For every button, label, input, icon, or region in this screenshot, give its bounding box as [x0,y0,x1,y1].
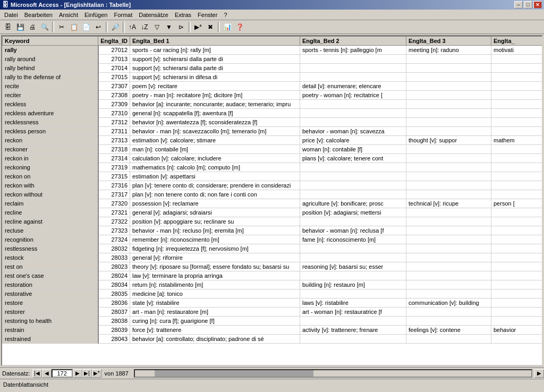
menu-datei[interactable]: Datei [1,10,21,20]
cell-bed2[interactable] [300,271,406,280]
cell-bed2[interactable]: woman [n]: contabile [f] [300,145,406,154]
cell-bed1[interactable]: plan [v]: non tenere conto di; non fare … [130,190,300,199]
cell-bed2[interactable] [300,217,406,226]
cell-id[interactable]: 28035 [98,289,130,299]
toolbar-new[interactable]: 🗄 [2,21,14,33]
cell-id[interactable]: 28024 [98,271,130,280]
cell-bed3[interactable] [406,91,491,100]
table-row[interactable]: rest on28023theory [v]: riposare su [for… [3,262,543,271]
cell-keyword[interactable]: restrain [3,326,98,335]
cell-keyword[interactable]: restlessness [3,244,98,253]
cell-id[interactable]: 28033 [98,253,130,262]
cell-bed2[interactable]: art - woman [n]: restauratrice [f [300,308,406,317]
cell-id[interactable]: 27014 [98,64,130,73]
cell-bed1[interactable]: poem [v]: recitare [130,82,300,91]
window-controls[interactable]: ─ □ ✕ [514,1,542,8]
table-row[interactable]: restore28036state [v]: ristabilirelaws [… [3,299,543,308]
cell-bed3[interactable]: technical [v]: ricupe [406,199,491,208]
cell-bed4[interactable] [491,55,543,64]
cell-bed2[interactable]: reasoning [v]: basarsi su; esser [300,262,406,271]
cell-bed3[interactable] [406,335,491,344]
cell-keyword[interactable]: reclaim [3,199,98,208]
cell-keyword[interactable]: rally [3,46,98,55]
nav-last[interactable]: ▶| [82,369,92,378]
cell-id[interactable]: 27310 [98,109,130,118]
table-row[interactable]: rest one's case28024law [v]: terminare l… [3,271,543,280]
cell-bed3[interactable] [406,145,491,154]
cell-bed3[interactable] [406,226,491,235]
cell-bed3[interactable] [406,73,491,82]
cell-id[interactable]: 27324 [98,235,130,244]
cell-keyword[interactable]: reckoning [3,163,98,172]
cell-id[interactable]: 28036 [98,299,130,308]
cell-bed1[interactable]: support [v]: schierarsi dalla parte di [130,55,300,64]
cell-bed1[interactable]: plan [v]: tenere conto di; considerare; … [130,181,300,190]
cell-bed2[interactable] [300,55,406,64]
cell-bed3[interactable] [406,55,491,64]
cell-bed1[interactable]: mathematics [n]: calcolo [m]; computo [m… [130,163,300,172]
table-row[interactable]: restorative28035medicine [a]: tonico [3,289,543,299]
cell-id[interactable]: 27314 [98,154,130,163]
cell-id[interactable]: 27319 [98,163,130,172]
cell-id[interactable]: 27308 [98,91,130,100]
cell-bed3[interactable] [406,308,491,317]
cell-bed1[interactable]: general [v]: adagiarsi; sdraiarsi [130,208,300,217]
toolbar-preview[interactable]: 🔍 [39,21,50,33]
cell-bed3[interactable] [406,253,491,262]
cell-bed1[interactable]: behavior [a]: incurante; noncurante; aud… [130,100,300,109]
menu-extras[interactable]: Extras [172,10,194,20]
menu-bearbeiten[interactable]: Bearbeiten [21,10,56,20]
cell-bed3[interactable] [406,100,491,109]
cell-bed4[interactable] [491,190,543,199]
toolbar-delete[interactable]: ✖ [205,21,216,33]
col-header-bed3[interactable]: Englta_Bed 3 [406,37,491,46]
cell-bed4[interactable] [491,299,543,308]
cell-keyword[interactable]: rally behind [3,64,98,73]
cell-bed3[interactable] [406,109,491,118]
horizontal-scrollbar[interactable] [134,369,532,378]
cell-bed4[interactable] [491,100,543,109]
cell-id[interactable]: 28043 [98,335,130,344]
cell-bed3[interactable] [406,154,491,163]
cell-bed1[interactable]: behavior [a]: controllato; disciplinato;… [130,335,300,344]
cell-bed3[interactable]: thought [v]: suppor [406,136,491,145]
cell-bed1[interactable]: general [v]: rifornire [130,253,300,262]
cell-bed4[interactable] [491,226,543,235]
cell-bed1[interactable]: sports - car racing [n]: rally [m] [130,46,300,55]
table-row[interactable]: reckon with27316plan [v]: tenere conto d… [3,181,543,190]
cell-bed3[interactable] [406,190,491,199]
table-row[interactable]: restoring to health28038curing [n]: cura… [3,317,543,326]
toolbar-paste[interactable]: 📄 [80,21,92,33]
cell-keyword[interactable]: rest one's case [3,271,98,280]
cell-id[interactable]: 27321 [98,208,130,217]
cell-bed2[interactable]: detail [v]: enumerare; elencare [300,82,406,91]
cell-bed2[interactable] [300,335,406,344]
maximize-button[interactable]: □ [524,1,532,8]
cell-bed2[interactable] [300,73,406,82]
menu-format[interactable]: Format [110,10,135,20]
cell-bed4[interactable] [491,181,543,190]
cell-keyword[interactable]: reckless person [3,127,98,136]
cell-keyword[interactable]: recklessness [3,118,98,127]
cell-bed1[interactable]: possession [v]: reclamare [130,199,300,208]
toolbar-sort-desc[interactable]: ↓Z [139,21,150,33]
cell-id[interactable]: 27316 [98,181,130,190]
toolbar-sort-asc[interactable]: ↑A [126,21,138,33]
cell-bed1[interactable]: art - man [n]: restauratore [m] [130,308,300,317]
cell-keyword[interactable]: recline [3,208,98,217]
table-row[interactable]: reckless adventure27310general [n]: scap… [3,109,543,118]
cell-bed4[interactable] [491,235,543,244]
table-row[interactable]: reclaim27320possession [v]: reclamareagr… [3,199,543,208]
cell-bed3[interactable] [406,172,491,181]
menu-datensaetze[interactable]: Datensätze [135,10,172,20]
cell-bed3[interactable] [406,317,491,326]
cell-bed3[interactable] [406,118,491,127]
cell-keyword[interactable]: restock [3,253,98,262]
cell-bed3[interactable]: communication [v]: building [406,299,491,308]
table-row[interactable]: restoration28034return [n]: ristabilimen… [3,280,543,289]
cell-id[interactable]: 27313 [98,136,130,145]
cell-keyword[interactable]: recite [3,82,98,91]
cell-bed2[interactable] [300,190,406,199]
toolbar-filter-apply[interactable]: ⊳ [175,21,187,33]
cell-id[interactable]: 27312 [98,118,130,127]
